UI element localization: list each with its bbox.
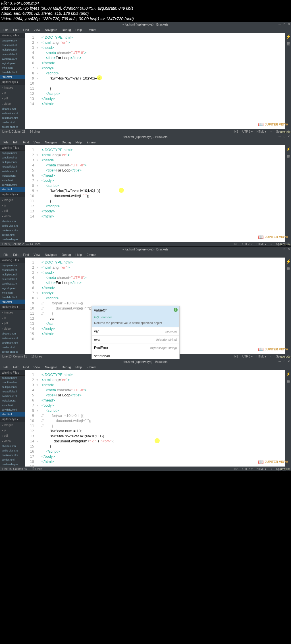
minimize-icon[interactable]: — xyxy=(278,360,281,363)
menu-debug[interactable]: Debug xyxy=(60,28,72,32)
minimize-icon[interactable]: — xyxy=(278,135,281,138)
code-editor[interactable]: 1234567891011121314▼▼▼▼▼<!DOCTYPE html><… xyxy=(25,33,285,129)
working-file[interactable]: while.html xyxy=(0,178,25,183)
menu-debug[interactable]: Debug xyxy=(60,252,72,257)
project-header[interactable]: jupitervidya ▾ xyxy=(0,79,25,85)
working-file[interactable]: conditional-st xyxy=(0,268,25,272)
working-file[interactable]: popupwindow xyxy=(0,376,25,380)
maximize-icon[interactable]: □ xyxy=(284,135,285,138)
folder-js[interactable]: ▸ js xyxy=(0,315,25,321)
menu-debug[interactable]: Debug xyxy=(60,140,72,145)
working-file[interactable]: nestedifelse.h xyxy=(0,389,25,394)
code-editor[interactable]: 12345678910111213141516▼▼▼▼<!DOCTYPE htm… xyxy=(25,258,285,354)
working-file[interactable]: while.html xyxy=(0,66,25,70)
menu-edit[interactable]: Edit xyxy=(11,140,20,145)
working-file[interactable]: switchcase.ht xyxy=(0,281,25,286)
menu-help[interactable]: Help xyxy=(74,252,84,257)
working-file[interactable]: while.html xyxy=(0,290,25,295)
menu-edit[interactable]: Edit xyxy=(11,252,20,257)
info-icon[interactable]: i xyxy=(174,308,178,312)
menu-find[interactable]: Find xyxy=(21,252,31,257)
insert-mode[interactable]: INS xyxy=(234,130,238,133)
project-file[interactable]: aboutus.html xyxy=(0,106,25,111)
code-text[interactable]: <!DOCTYPE html><html lang="en"><head> <m… xyxy=(40,145,285,242)
project-file[interactable]: audio-video.ht xyxy=(0,336,25,340)
working-files-header[interactable]: Working Files xyxy=(0,145,25,151)
working-file[interactable]: nestedifelse.h xyxy=(0,164,25,169)
menu-view[interactable]: View xyxy=(32,252,42,257)
working-file[interactable]: logicaloperat xyxy=(0,286,25,290)
extensions-icon[interactable]: ▦ xyxy=(286,154,290,158)
folder-video[interactable]: ▸ video xyxy=(0,101,25,106)
live-preview-icon[interactable]: ⚡ xyxy=(286,34,291,39)
project-file[interactable]: audio-video.ht xyxy=(0,448,25,453)
folder-js[interactable]: ▸ js xyxy=(0,90,25,96)
project-file[interactable]: bookmark.htm xyxy=(0,116,25,120)
menu-debug[interactable]: Debug xyxy=(60,365,72,369)
project-file[interactable]: bookmark.htm xyxy=(0,453,25,457)
project-file[interactable]: border-shapes xyxy=(0,237,25,242)
encoding[interactable]: UTF-8 ▾ xyxy=(242,242,253,246)
insert-mode[interactable]: INS xyxy=(234,467,238,471)
menu-navigate[interactable]: Navigate xyxy=(43,140,59,145)
working-file[interactable]: logicaloperat xyxy=(0,173,25,178)
menu-view[interactable]: View xyxy=(32,365,42,369)
project-file[interactable]: border.html xyxy=(0,233,25,237)
menu-emmet[interactable]: Emmet xyxy=(85,28,98,32)
working-file[interactable]: popupwindow xyxy=(0,263,25,268)
ac-item[interactable]: EvalErrorfn(message: string) xyxy=(92,344,179,352)
live-preview-icon[interactable]: ⚡ xyxy=(286,372,291,376)
working-file[interactable]: switchcase.ht xyxy=(0,394,25,398)
project-file[interactable]: bookmark.htm xyxy=(0,340,25,345)
working-file[interactable]: switchcase.ht xyxy=(0,57,25,61)
menu-file[interactable]: File xyxy=(2,365,10,369)
menu-edit[interactable]: Edit xyxy=(11,28,20,32)
working-file[interactable]: nestedifelse.h xyxy=(0,52,25,57)
project-header[interactable]: jupitervidya ▾ xyxy=(0,192,25,197)
folder-js[interactable]: ▸ js xyxy=(0,428,25,433)
minimize-icon[interactable]: — xyxy=(278,247,281,250)
working-files-header[interactable]: Working Files xyxy=(0,33,25,38)
working-file[interactable]: do-while.html xyxy=(0,407,25,412)
menu-help[interactable]: Help xyxy=(74,28,84,32)
folder-pdf[interactable]: ▸ pdf xyxy=(0,208,25,214)
extensions-icon[interactable]: ▦ xyxy=(286,379,290,383)
project-file[interactable]: border-shapes xyxy=(0,125,25,129)
menu-navigate[interactable]: Navigate xyxy=(43,252,59,257)
menu-navigate[interactable]: Navigate xyxy=(43,28,59,32)
insert-mode[interactable]: INS xyxy=(234,242,238,246)
folder-images[interactable]: ▸ images xyxy=(0,422,25,428)
folder-video[interactable]: ▸ video xyxy=(0,438,25,444)
folder-pdf[interactable]: ▸ pdf xyxy=(0,321,25,326)
folder-js[interactable]: ▸ js xyxy=(0,203,25,208)
working-file[interactable]: popupwindow xyxy=(0,151,25,155)
language[interactable]: HTML ▾ xyxy=(257,242,267,246)
project-file[interactable]: border-shapes xyxy=(0,350,25,354)
folder-images[interactable]: ▸ images xyxy=(0,310,25,315)
code-editor[interactable]: 12345678910111213141516171819▼▼▼▼▼<!DOCT… xyxy=(25,370,285,467)
maximize-icon[interactable]: □ xyxy=(284,360,285,363)
project-file[interactable]: border-shapes xyxy=(0,462,25,467)
working-file[interactable]: nestedifelse.h xyxy=(0,277,25,281)
close-icon[interactable]: ✕ xyxy=(288,135,290,138)
language[interactable]: HTML ▾ xyxy=(257,130,267,133)
minimize-icon[interactable]: — xyxy=(278,22,281,26)
working-file[interactable]: conditional-st xyxy=(0,155,25,160)
menu-file[interactable]: File xyxy=(2,140,10,145)
close-icon[interactable]: ✕ xyxy=(288,22,290,26)
project-file[interactable]: audio-video.ht xyxy=(0,111,25,116)
menu-help[interactable]: Help xyxy=(74,140,84,145)
menu-help[interactable]: Help xyxy=(74,365,84,369)
project-file[interactable]: border.html xyxy=(0,120,25,125)
language[interactable]: HTML ▾ xyxy=(257,355,267,358)
active-file[interactable]: • for.html xyxy=(0,187,25,192)
working-file[interactable]: do-while.html xyxy=(0,183,25,187)
maximize-icon[interactable]: □ xyxy=(284,22,285,26)
folder-images[interactable]: ▸ images xyxy=(0,197,25,203)
menu-view[interactable]: View xyxy=(32,140,42,145)
menu-find[interactable]: Find xyxy=(21,140,31,145)
fold-gutter[interactable]: ▼▼▼▼▼ xyxy=(36,33,40,129)
encoding[interactable]: UTF-8 ▾ xyxy=(242,130,253,133)
ac-selected[interactable]: valueOfi xyxy=(92,306,179,315)
working-files-header[interactable]: Working Files xyxy=(0,370,25,376)
